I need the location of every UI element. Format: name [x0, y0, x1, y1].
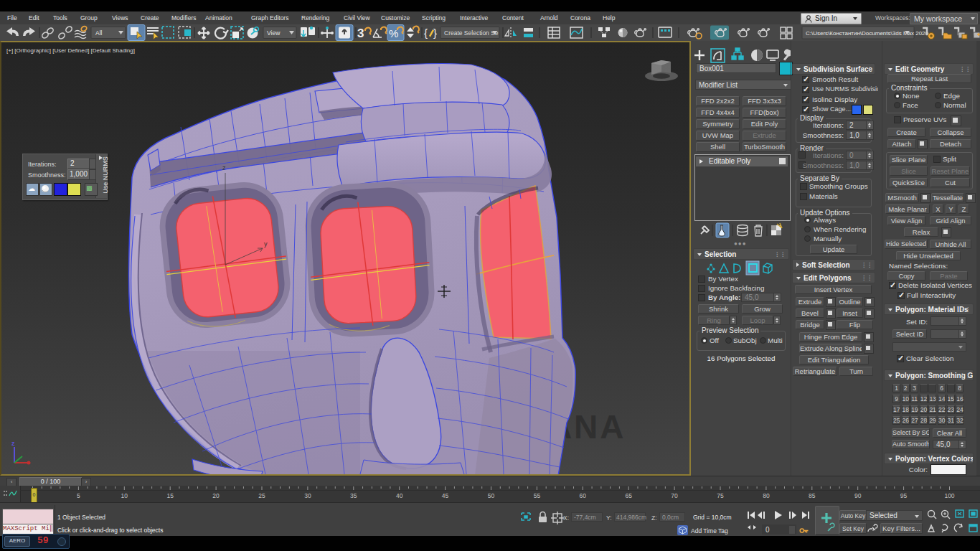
svg-text:20: 20 — [212, 492, 220, 499]
svg-text:70: 70 — [671, 492, 678, 499]
svg-text:85: 85 — [809, 492, 816, 499]
svg-text:All: All — [95, 29, 103, 37]
svg-text:60: 60 — [580, 492, 587, 499]
svg-text:y: y — [264, 240, 268, 248]
svg-text:10: 10 — [121, 492, 128, 499]
svg-text:100: 100 — [944, 492, 954, 499]
svg-text:50: 50 — [488, 492, 495, 499]
svg-text:90: 90 — [854, 492, 862, 499]
svg-text:65: 65 — [625, 492, 632, 499]
svg-text:75: 75 — [717, 492, 724, 499]
svg-text:25: 25 — [258, 492, 265, 499]
svg-text:80: 80 — [763, 492, 770, 499]
svg-text:95: 95 — [900, 492, 908, 499]
svg-text:}: } — [433, 27, 437, 39]
svg-text:z: z — [222, 164, 226, 171]
svg-text:z: z — [11, 440, 15, 447]
svg-text:3: 3 — [357, 27, 364, 40]
svg-text:35: 35 — [350, 492, 357, 499]
svg-text:45: 45 — [442, 492, 449, 499]
svg-text:5: 5 — [77, 492, 80, 499]
svg-text:C:\Users\Константин\Documents\: C:\Users\Константин\Documents\3ds Max 20… — [806, 30, 929, 37]
svg-text:{: { — [424, 27, 428, 39]
svg-text:30: 30 — [304, 492, 311, 499]
svg-text:15: 15 — [166, 492, 174, 499]
svg-text:55: 55 — [534, 492, 541, 499]
svg-text:View: View — [267, 29, 281, 37]
svg-text:40: 40 — [396, 492, 403, 499]
svg-text:Create Selection Se: Create Selection Se — [444, 29, 499, 37]
